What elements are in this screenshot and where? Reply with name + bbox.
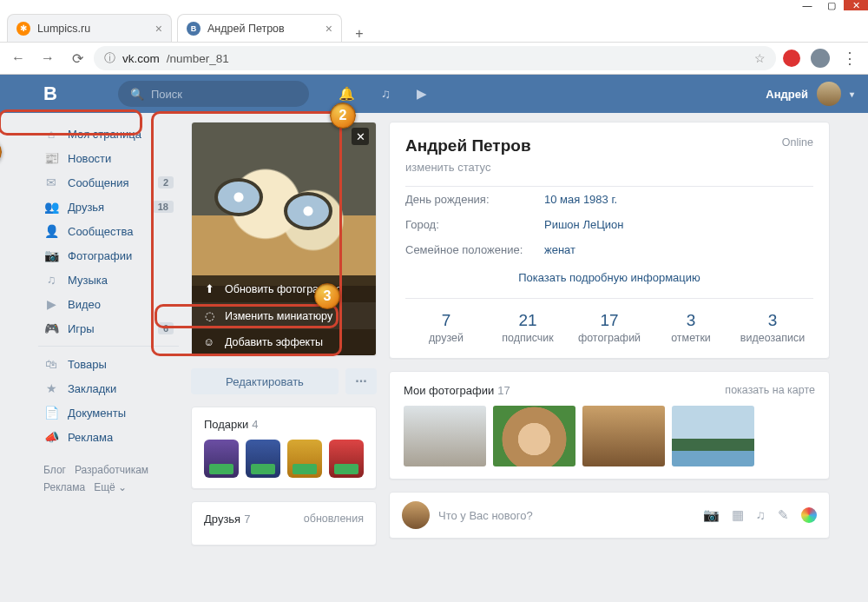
nav-icon: 🎮: [43, 321, 59, 335]
url-host: vk.com: [122, 52, 160, 65]
change-status-link[interactable]: изменить статус: [405, 161, 813, 174]
update-photo-button[interactable]: ⬆ Обновить фотографию: [192, 275, 376, 302]
friends-updates-link[interactable]: обновления: [304, 513, 364, 525]
badge: 2: [158, 176, 174, 189]
sidebar-item2-1[interactable]: ★Закладки: [38, 376, 179, 400]
info-value-link[interactable]: женат: [544, 243, 575, 256]
nav-icon: ⌂: [43, 127, 59, 141]
show-more-info-link[interactable]: Показать подробную информацию: [518, 271, 700, 284]
nav-icon: 📷: [43, 248, 59, 262]
header-icons: 🔔 ♫ ▶: [339, 86, 427, 102]
nav-icon: ★: [43, 381, 59, 395]
header-user-menu[interactable]: Андрей ▾: [766, 82, 854, 106]
music-icon[interactable]: ♫: [381, 86, 391, 102]
browser-toolbar: ← → ⟳ ⓘ vk.com/number_81 ☆ ⋮: [0, 42, 868, 75]
extension-icon[interactable]: [783, 50, 800, 67]
badge: 18: [153, 201, 174, 213]
gifts-card[interactable]: Подарки4: [191, 407, 377, 489]
new-post-input[interactable]: Что у Вас нового?: [438, 509, 533, 522]
show-on-map-link[interactable]: показать на карте: [725, 384, 815, 396]
search-input[interactable]: 🔍 Поиск: [118, 81, 309, 107]
new-tab-button[interactable]: +: [347, 26, 372, 42]
effects-icon: ☺: [202, 336, 216, 348]
sidebar-item-4[interactable]: 👤Сообщества: [38, 219, 179, 243]
photo-thumb[interactable]: [493, 406, 575, 466]
gift-item[interactable]: [287, 440, 322, 478]
browser-tab-lumpics[interactable]: ✱ Lumpics.ru ×: [7, 14, 172, 42]
more-button[interactable]: ···: [345, 368, 377, 394]
footer-blog-link[interactable]: Блог: [43, 464, 66, 476]
nav-icon: ♫: [43, 273, 59, 287]
video-icon[interactable]: ▶: [417, 86, 427, 102]
footer-links: Блог Разработчикам Реклама Ещё ⌄: [38, 461, 179, 496]
url-path: /number_81: [167, 52, 229, 65]
nav-icon: 🛍: [43, 357, 59, 371]
attach-more-icon[interactable]: [801, 507, 817, 523]
menu-button[interactable]: ⋮: [837, 49, 863, 68]
change-thumbnail-button[interactable]: ◌ Изменить миниатюру: [192, 302, 376, 329]
nav-icon: 📰: [43, 151, 59, 165]
counter-item[interactable]: 7друзей: [405, 299, 487, 358]
annotation-marker: 2: [330, 103, 356, 129]
attach-photo-icon[interactable]: 📷: [703, 507, 720, 523]
profile-button[interactable]: [811, 49, 830, 68]
badge: 6: [158, 322, 174, 334]
edit-profile-button[interactable]: Редактировать: [191, 368, 339, 394]
info-value-link[interactable]: 10 мая 1983 г.: [544, 193, 617, 206]
attach-note-icon[interactable]: ✎: [778, 507, 789, 523]
photo-thumb[interactable]: [404, 406, 486, 466]
sidebar-item2-0[interactable]: 🛍Товары: [38, 352, 179, 376]
attach-music-icon[interactable]: ♫: [756, 507, 766, 523]
photos-card: Мои фотографии17 показать на карте: [389, 371, 830, 480]
sidebar-item-6[interactable]: ♫Музыка: [38, 268, 179, 292]
notifications-icon[interactable]: 🔔: [339, 86, 355, 102]
address-bar[interactable]: ⓘ vk.com/number_81 ☆: [94, 46, 776, 70]
counter-item[interactable]: 3отметки: [650, 299, 732, 358]
footer-more-link[interactable]: Ещё ⌄: [94, 481, 127, 493]
counter-item[interactable]: 3видеозаписи: [732, 299, 813, 358]
sidebar-item-5[interactable]: 📷Фотографии: [38, 243, 179, 268]
profile-avatar-card[interactable]: ✕ ⬆ Обновить фотографию ◌ Изменить миниа…: [191, 122, 377, 356]
sidebar-item2-2[interactable]: 📄Документы: [38, 400, 179, 425]
sidebar-item2-3[interactable]: 📣Реклама: [38, 425, 179, 449]
back-button[interactable]: ←: [5, 45, 31, 71]
tab-close-button[interactable]: ×: [155, 22, 162, 36]
attach-video-icon[interactable]: ▦: [732, 507, 744, 523]
avatar-overlay-menu: ⬆ Обновить фотографию ◌ Изменить миниатю…: [192, 275, 376, 355]
gift-item[interactable]: [329, 440, 364, 478]
photo-thumb[interactable]: [582, 406, 665, 466]
info-row: Семейное положение:женат: [405, 237, 813, 262]
reload-button[interactable]: ⟳: [64, 45, 90, 71]
sidebar-item-0[interactable]: ⌂Моя страница: [38, 122, 179, 146]
window-controls: — ▢ ✕: [0, 0, 868, 10]
vk-header: B 🔍 Поиск 🔔 ♫ ▶ Андрей ▾: [0, 75, 868, 113]
gift-item[interactable]: [246, 440, 280, 478]
close-icon[interactable]: ✕: [352, 128, 369, 145]
bookmark-star-icon[interactable]: ☆: [754, 51, 766, 65]
footer-dev-link[interactable]: Разработчикам: [75, 464, 148, 476]
photo-thumb[interactable]: [672, 406, 754, 466]
browser-tab-vk[interactable]: B Андрей Петров ×: [177, 14, 342, 42]
counter-item[interactable]: 17фотографий: [569, 299, 650, 358]
favicon-icon: ✱: [16, 22, 30, 36]
upload-icon: ⬆: [202, 282, 216, 295]
info-value-link[interactable]: Ришон ЛеЦион: [544, 218, 623, 231]
gift-item[interactable]: [204, 440, 239, 478]
site-info-icon[interactable]: ⓘ: [104, 50, 115, 66]
search-icon: 🔍: [130, 88, 144, 101]
sidebar-item-7[interactable]: ▶Видео: [38, 292, 179, 316]
forward-button[interactable]: →: [35, 45, 61, 71]
vk-logo[interactable]: B: [43, 83, 56, 105]
online-status: Online: [782, 136, 813, 149]
sidebar-item-2[interactable]: ✉Сообщения2: [38, 170, 179, 195]
sidebar-item-1[interactable]: 📰Новости: [38, 146, 179, 170]
add-effects-button[interactable]: ☺ Добавить эффекты: [192, 329, 376, 355]
friends-card[interactable]: Друзья7 обновления: [191, 501, 377, 546]
nav-icon: 👥: [43, 200, 59, 214]
tab-close-button[interactable]: ×: [326, 22, 332, 36]
footer-ad-link[interactable]: Реклама: [43, 481, 85, 493]
annotation-marker: 1: [0, 139, 2, 165]
sidebar-item-3[interactable]: 👥Друзья18: [38, 195, 179, 219]
counter-item[interactable]: 21подписчик: [487, 299, 569, 358]
sidebar-item-8[interactable]: 🎮Игры6: [38, 316, 179, 341]
